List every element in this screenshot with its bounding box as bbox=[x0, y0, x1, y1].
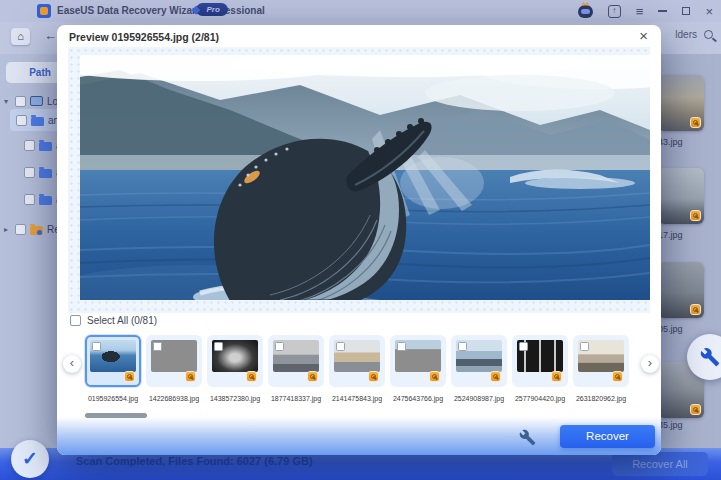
thumbnail-card[interactable] bbox=[85, 335, 141, 387]
partial-recovery-badge-icon bbox=[429, 371, 440, 382]
partial-recovery-badge-icon bbox=[307, 371, 318, 382]
partial-recovery-badge-icon bbox=[246, 371, 257, 382]
window-close-icon[interactable]: × bbox=[705, 5, 713, 18]
file-thumbnail[interactable] bbox=[658, 262, 704, 318]
thumbnail-checkbox[interactable] bbox=[275, 342, 284, 351]
file-thumbnail[interactable] bbox=[658, 75, 704, 131]
thumbnail-checkbox[interactable] bbox=[519, 342, 528, 351]
caret-right-icon[interactable]: ▸ bbox=[4, 225, 11, 234]
thumbnail-item: 1422686938.jpg bbox=[146, 335, 202, 410]
thumbnail-card[interactable] bbox=[207, 335, 263, 387]
tree-checkbox[interactable] bbox=[15, 224, 26, 235]
caret-down-icon[interactable]: ▾ bbox=[4, 97, 11, 106]
thumbnail-checkbox[interactable] bbox=[397, 342, 406, 351]
file-label: 05.jpg bbox=[658, 324, 683, 334]
search-input[interactable]: lders bbox=[675, 29, 713, 40]
folder-icon bbox=[39, 196, 52, 205]
file-label: 17.jpg bbox=[658, 230, 683, 240]
thumbnail-card[interactable] bbox=[390, 335, 446, 387]
thumbnail-filename: 2577904420.jpg bbox=[515, 395, 565, 402]
thumbnail-item: 2141475843.jpg bbox=[329, 335, 385, 410]
folder-icon bbox=[31, 117, 44, 126]
folder-icon bbox=[39, 169, 52, 178]
scan-status-text: Scan Completed, Files Found: 6027 (6.79 … bbox=[76, 455, 313, 467]
recover-all-button[interactable]: Recover All bbox=[612, 452, 708, 476]
folder-icon bbox=[39, 142, 52, 151]
folder-lock-icon bbox=[30, 226, 43, 235]
thumbnail-card[interactable] bbox=[146, 335, 202, 387]
pro-badge-label: Pro bbox=[196, 3, 227, 16]
thumbnail-checkbox[interactable] bbox=[580, 342, 589, 351]
file-label: 43.jpg bbox=[658, 137, 683, 147]
thumbnail-checkbox[interactable] bbox=[458, 342, 467, 351]
dialog-close-icon[interactable]: × bbox=[639, 28, 648, 43]
thumbnail-strip: 0195926554.jpg 1422686938.jpg 1438572380… bbox=[85, 335, 633, 410]
dialog-title: Preview 0195926554.jpg (2/81) bbox=[69, 31, 219, 43]
partial-recovery-badge-icon bbox=[690, 304, 701, 315]
easeus-logo-icon bbox=[37, 4, 51, 18]
thumbnail-item: 2524908987.jpg bbox=[451, 335, 507, 410]
thumbnail-filename: 1438572380.jpg bbox=[210, 395, 260, 402]
thumbnail-filename: 2631820962.jpg bbox=[576, 395, 626, 402]
thumbnail-card[interactable] bbox=[268, 335, 324, 387]
thumbnail-checkbox[interactable] bbox=[214, 342, 223, 351]
thumbnail-item: 2631820962.jpg bbox=[573, 335, 629, 410]
thumbnail-card[interactable] bbox=[451, 335, 507, 387]
thumbnail-card[interactable] bbox=[512, 335, 568, 387]
tree-checkbox[interactable] bbox=[24, 194, 35, 205]
strip-scrollbar[interactable] bbox=[85, 413, 147, 418]
thumbnail-checkbox[interactable] bbox=[92, 342, 101, 351]
screen: EaseUS Data Recovery Wizard Professional… bbox=[0, 0, 721, 480]
partial-recovery-badge-icon bbox=[551, 371, 562, 382]
preview-image bbox=[80, 55, 650, 300]
thumbnail-item: 1877418337.jpg bbox=[268, 335, 324, 410]
preview-dialog: Preview 0195926554.jpg (2/81) × bbox=[57, 25, 661, 455]
preview-area bbox=[68, 47, 650, 313]
titlebar-controls: ↑ ≡ × bbox=[578, 0, 713, 22]
scan-complete-check-icon: ✓ bbox=[11, 440, 49, 478]
diamond-icon: ◆ bbox=[192, 4, 200, 15]
tree-checkbox[interactable] bbox=[24, 140, 35, 151]
repair-wrench-icon[interactable] bbox=[519, 429, 536, 446]
thumbnail-checkbox[interactable] bbox=[336, 342, 345, 351]
menu-icon[interactable]: ≡ bbox=[636, 5, 644, 18]
tree-checkbox[interactable] bbox=[16, 115, 27, 126]
partial-recovery-badge-icon bbox=[690, 117, 701, 128]
thumbnail-item: 2475643766.jpg bbox=[390, 335, 446, 410]
back-button[interactable]: ← bbox=[44, 28, 57, 43]
partial-recovery-badge-icon bbox=[124, 371, 135, 382]
app-title: EaseUS Data Recovery Wizard Professional bbox=[57, 5, 265, 16]
thumbnail-card[interactable] bbox=[329, 335, 385, 387]
minimize-icon[interactable] bbox=[658, 10, 667, 12]
maximize-icon[interactable] bbox=[682, 7, 690, 15]
thumbnail-filename: 1422686938.jpg bbox=[149, 395, 199, 402]
thumbnail-filename: 2475643766.jpg bbox=[393, 395, 443, 402]
select-all-label: Select All (0/81) bbox=[87, 315, 157, 326]
partial-recovery-badge-icon bbox=[690, 210, 701, 221]
strip-next-button[interactable]: › bbox=[641, 355, 659, 373]
file-thumbnail[interactable] bbox=[658, 168, 704, 224]
select-all-row[interactable]: Select All (0/81) bbox=[70, 315, 157, 326]
thumbnail-filename: 2141475843.jpg bbox=[332, 395, 382, 402]
partial-recovery-badge-icon bbox=[368, 371, 379, 382]
recover-button[interactable]: Recover bbox=[560, 425, 655, 448]
tree-checkbox[interactable] bbox=[24, 167, 35, 178]
thumbnail-card[interactable] bbox=[573, 335, 629, 387]
tree-checkbox[interactable] bbox=[15, 96, 26, 107]
partial-recovery-badge-icon bbox=[690, 404, 701, 415]
file-label: 35.jpg bbox=[658, 420, 683, 430]
thumbnail-item: 1438572380.jpg bbox=[207, 335, 263, 410]
partial-recovery-badge-icon bbox=[490, 371, 501, 382]
strip-prev-button[interactable]: ‹ bbox=[63, 355, 81, 373]
pro-badge: ◆ Pro bbox=[192, 3, 228, 16]
upgrade-icon[interactable]: ↑ bbox=[608, 5, 621, 18]
home-button[interactable]: ⌂ bbox=[11, 28, 30, 45]
thumbnail-item: 0195926554.jpg bbox=[85, 335, 141, 410]
thumbnail-checkbox[interactable] bbox=[153, 342, 162, 351]
thumbnail-filename: 2524908987.jpg bbox=[454, 395, 504, 402]
disk-icon bbox=[30, 96, 43, 106]
account-mascot-icon[interactable] bbox=[578, 5, 593, 18]
wrench-icon bbox=[700, 347, 720, 367]
thumbnail-filename: 0195926554.jpg bbox=[88, 395, 138, 402]
select-all-checkbox[interactable] bbox=[70, 315, 81, 326]
